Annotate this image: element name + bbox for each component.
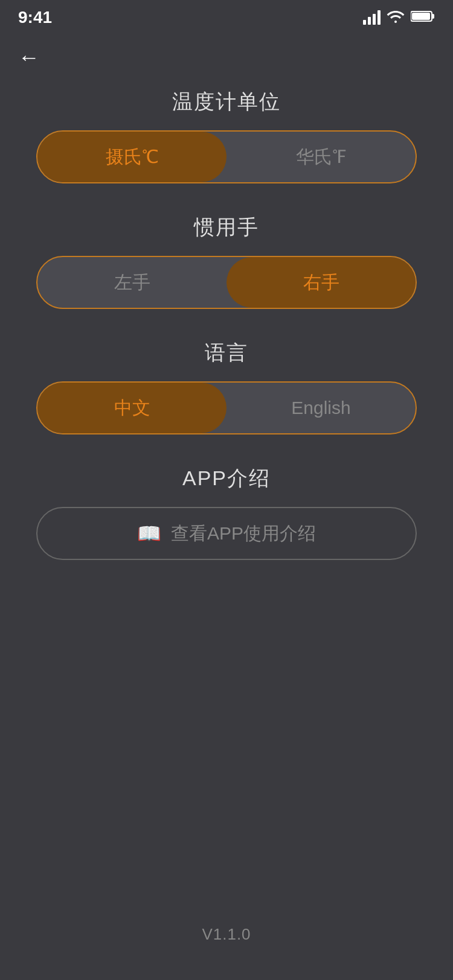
main-content: 温度计单位 摄氏℃ 华氏℉ 惯用手 左手 右手 语言 中文 xyxy=(0,82,453,626)
status-time: 9:41 xyxy=(18,8,52,27)
signal-icon xyxy=(363,10,381,25)
language-toggle: 中文 English xyxy=(36,381,417,434)
svg-rect-1 xyxy=(432,14,434,19)
status-bar: 9:41 xyxy=(0,0,453,33)
handedness-toggle: 左手 右手 xyxy=(36,256,417,309)
celsius-option[interactable]: 摄氏℃ xyxy=(37,132,226,182)
temperature-title: 温度计单位 xyxy=(36,88,417,116)
language-section: 语言 中文 English xyxy=(36,339,417,434)
temperature-section: 温度计单位 摄氏℃ 华氏℉ xyxy=(36,88,417,183)
fahrenheit-option[interactable]: 华氏℉ xyxy=(226,132,416,182)
battery-icon xyxy=(411,10,435,25)
handedness-section: 惯用手 左手 右手 xyxy=(36,214,417,309)
app-intro-button[interactable]: 📖 查看APP使用介绍 xyxy=(36,507,417,560)
language-title: 语言 xyxy=(36,339,417,367)
version-label: V1.1.0 xyxy=(0,925,453,944)
book-icon: 📖 xyxy=(137,522,161,545)
temperature-toggle: 摄氏℃ 华氏℉ xyxy=(36,130,417,183)
chinese-option[interactable]: 中文 xyxy=(37,383,226,433)
app-intro-section: APP介绍 📖 查看APP使用介绍 xyxy=(36,465,417,560)
english-option[interactable]: English xyxy=(226,383,416,433)
back-arrow-icon: ← xyxy=(18,45,40,69)
app-intro-title: APP介绍 xyxy=(36,465,417,492)
status-icons xyxy=(363,10,435,25)
handedness-title: 惯用手 xyxy=(36,214,417,241)
svg-rect-2 xyxy=(412,13,430,20)
wifi-icon xyxy=(387,10,405,25)
left-hand-option[interactable]: 左手 xyxy=(37,257,226,308)
right-hand-option[interactable]: 右手 xyxy=(226,257,416,308)
back-button[interactable]: ← xyxy=(0,33,453,82)
